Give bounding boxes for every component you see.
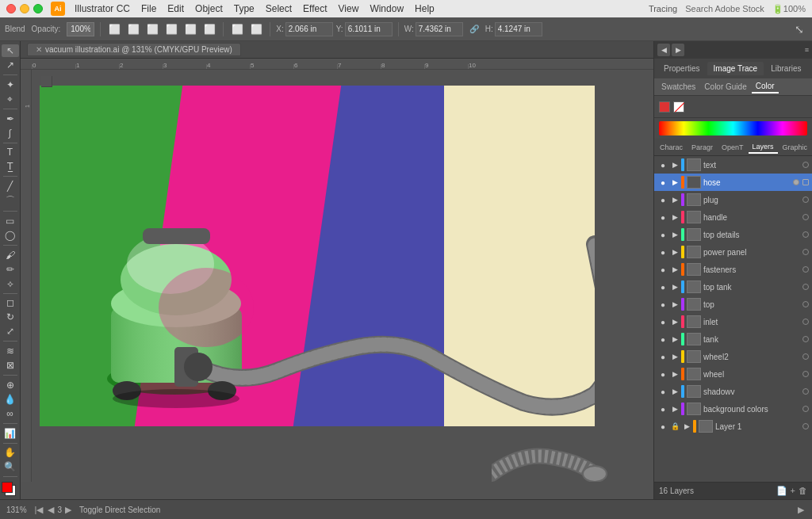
magic-wand-tool[interactable]: ✦ bbox=[2, 78, 19, 91]
panel-nav-right[interactable]: ▶ bbox=[672, 44, 684, 56]
layer-visibility-top-details[interactable]: ● bbox=[657, 229, 668, 240]
search-stock[interactable]: Search Adobe Stock bbox=[685, 4, 764, 13]
line-tool[interactable]: ╱ bbox=[2, 180, 19, 193]
constrain-icon[interactable]: 🔗 bbox=[466, 21, 482, 37]
tab-charac[interactable]: Charac bbox=[656, 142, 687, 153]
menu-effect[interactable]: Effect bbox=[298, 2, 331, 16]
rotate-tool[interactable]: ↻ bbox=[2, 311, 19, 323]
layer-expand-layer1[interactable]: ▶ bbox=[683, 421, 691, 432]
shaper-tool[interactable]: ⟡ bbox=[2, 277, 19, 290]
h-input[interactable] bbox=[495, 22, 542, 36]
distribute-v-icon[interactable]: ⬜ bbox=[248, 21, 264, 37]
layer-row-tank[interactable]: ● ▶ tank bbox=[654, 330, 812, 348]
layer-target-plug[interactable] bbox=[802, 197, 809, 203]
layer-row-text[interactable]: ● ▶ text bbox=[654, 156, 812, 174]
w-input[interactable] bbox=[416, 22, 463, 36]
make-sublayer-icon[interactable]: 📄 bbox=[776, 486, 787, 496]
subtab-color-guide[interactable]: Color Guide bbox=[700, 81, 750, 93]
layer-visibility-wheel2[interactable]: ● bbox=[657, 351, 668, 362]
tab-image-trace[interactable]: Image Trace bbox=[707, 62, 764, 75]
first-page-button[interactable]: |◀ bbox=[33, 505, 45, 515]
layer-target-top-details[interactable] bbox=[802, 231, 809, 238]
touch-type-tool[interactable]: T̲ bbox=[2, 160, 19, 173]
menu-help[interactable]: Help bbox=[410, 2, 439, 16]
fill-color-swatch[interactable] bbox=[659, 101, 670, 113]
layer-row-plug[interactable]: ● ▶ plug bbox=[654, 191, 812, 208]
subtab-color[interactable]: Color bbox=[752, 80, 779, 93]
tracing-workspace-label[interactable]: Tracing bbox=[649, 4, 677, 13]
layer-visibility-power-panel[interactable]: ● bbox=[657, 246, 668, 258]
menu-illustrator[interactable]: Illustrator CC bbox=[70, 2, 135, 16]
type-tool[interactable]: T bbox=[2, 146, 19, 158]
canvas[interactable] bbox=[32, 70, 653, 482]
menu-file[interactable]: File bbox=[136, 2, 161, 16]
maximize-button[interactable] bbox=[33, 4, 43, 13]
layer-target-handle[interactable] bbox=[802, 214, 809, 220]
scale-tool[interactable]: ⤢ bbox=[2, 325, 19, 338]
layer-visibility-shadowv[interactable]: ● bbox=[657, 386, 668, 397]
warp-tool[interactable]: ≋ bbox=[2, 345, 19, 357]
zoom-tool[interactable]: 🔍 bbox=[2, 460, 19, 473]
menu-object[interactable]: Object bbox=[190, 2, 228, 16]
layer-row-hose[interactable]: ● ▶ hose bbox=[654, 174, 812, 191]
menu-window[interactable]: Window bbox=[365, 2, 408, 16]
panel-nav-left[interactable]: ◀ bbox=[657, 44, 670, 56]
minimize-button[interactable] bbox=[20, 4, 29, 13]
curvature-tool[interactable]: ∫ bbox=[2, 127, 19, 139]
layer-visibility-plug[interactable]: ● bbox=[657, 194, 668, 205]
panel-options-icon[interactable]: ≡ bbox=[805, 46, 809, 54]
layer-visibility-background-colors[interactable]: ● bbox=[657, 403, 668, 414]
layer-visibility-tank[interactable]: ● bbox=[657, 334, 668, 345]
layer-row-top-tank[interactable]: ● ▶ top tank bbox=[654, 278, 812, 296]
layer-visibility-hose[interactable]: ● bbox=[657, 177, 668, 188]
y-input[interactable] bbox=[345, 22, 393, 36]
forward-button[interactable]: ▶ bbox=[796, 505, 806, 515]
layer-row-background-colors[interactable]: ● ▶ background colors bbox=[654, 400, 812, 418]
layer-expand-handle[interactable]: ▶ bbox=[671, 212, 679, 223]
layer-row-shadowv[interactable]: ● ▶ shadowv bbox=[654, 383, 812, 400]
blend-tool[interactable]: ∞ bbox=[2, 407, 19, 420]
layer-row-wheel2[interactable]: ● ▶ wheel2 bbox=[654, 348, 812, 365]
layer-visibility-text[interactable]: ● bbox=[657, 159, 668, 170]
free-transform-tool[interactable]: ⊠ bbox=[2, 359, 19, 372]
menu-view[interactable]: View bbox=[334, 2, 364, 16]
hand-tool[interactable]: ✋ bbox=[2, 446, 19, 459]
layer-expand-top-tank[interactable]: ▶ bbox=[671, 281, 679, 292]
pencil-tool[interactable]: ✏ bbox=[2, 263, 19, 276]
layer-target-fasteners[interactable] bbox=[802, 266, 809, 273]
layer-expand-hose[interactable]: ▶ bbox=[671, 177, 679, 188]
stroke-color-swatch[interactable] bbox=[673, 101, 684, 113]
layer-expand-plug[interactable]: ▶ bbox=[671, 194, 679, 205]
eyedropper-tool[interactable]: 💧 bbox=[2, 393, 19, 406]
layer-expand-top-details[interactable]: ▶ bbox=[671, 229, 679, 240]
layer-visibility-handle[interactable]: ● bbox=[657, 212, 668, 223]
eraser-tool[interactable]: ◻ bbox=[2, 296, 19, 309]
layer-expand-inlet[interactable]: ▶ bbox=[671, 316, 679, 327]
align-bottom-icon[interactable]: ⬜ bbox=[201, 21, 217, 37]
lasso-tool[interactable]: ⌖ bbox=[2, 93, 19, 105]
column-graph-tool[interactable]: 📊 bbox=[2, 427, 19, 440]
menu-edit[interactable]: Edit bbox=[163, 2, 189, 16]
layer-target-tank[interactable] bbox=[802, 336, 809, 342]
delete-layer-icon[interactable]: 🗑 bbox=[799, 486, 807, 496]
distribute-h-icon[interactable]: ⬜ bbox=[229, 21, 245, 37]
tab-libraries[interactable]: Libraries bbox=[764, 62, 807, 75]
layer-expand-fasteners[interactable]: ▶ bbox=[671, 264, 679, 275]
layer-expand-wheel[interactable]: ▶ bbox=[671, 368, 679, 380]
direct-selection-tool[interactable]: ↗ bbox=[2, 59, 19, 71]
layer-target-hose[interactable] bbox=[793, 179, 799, 185]
layer-visibility-wheel[interactable]: ● bbox=[657, 368, 668, 380]
rect-tool[interactable]: ▭ bbox=[2, 215, 19, 227]
new-layer-icon[interactable]: + bbox=[791, 486, 795, 496]
layer-target-layer1[interactable] bbox=[802, 423, 809, 429]
tab-paragr[interactable]: Paragr bbox=[688, 142, 717, 153]
layer-row-handle[interactable]: ● ▶ handle bbox=[654, 208, 812, 226]
layer-row-wheel[interactable]: ● ▶ wheel bbox=[654, 365, 812, 383]
menu-type[interactable]: Type bbox=[229, 2, 259, 16]
align-center-v-icon[interactable]: ⬜ bbox=[182, 21, 198, 37]
align-center-h-icon[interactable]: ⬜ bbox=[125, 21, 141, 37]
ellipse-tool[interactable]: ◯ bbox=[2, 229, 19, 242]
layer-expand-tank[interactable]: ▶ bbox=[671, 334, 679, 345]
fill-stroke-widget[interactable] bbox=[2, 482, 19, 494]
layer-target-top-tank[interactable] bbox=[802, 284, 809, 290]
